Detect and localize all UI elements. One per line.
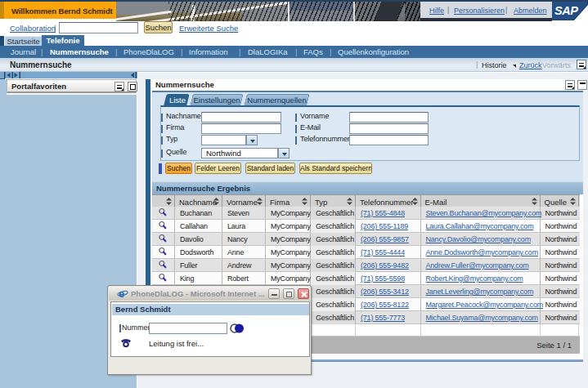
svg-text:SAP: SAP [554,4,578,17]
svg-text:e: e [119,288,124,299]
